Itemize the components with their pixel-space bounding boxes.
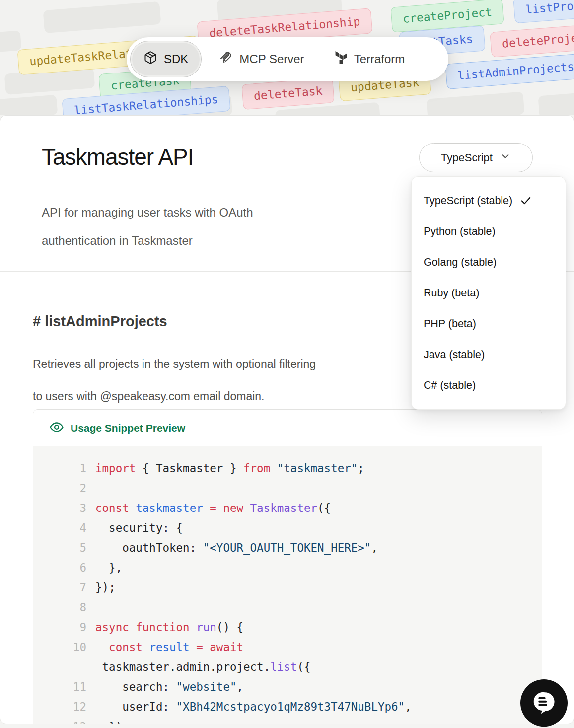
page-title: Taskmaster API xyxy=(42,144,194,170)
code-line-content: }); xyxy=(95,720,129,724)
usage-snippet-title: Usage Snippet Preview xyxy=(71,422,185,434)
code-line-content: security: { xyxy=(95,521,183,534)
api-description: API for managing user tasks with OAuth a… xyxy=(42,198,253,255)
language-option[interactable]: C# (stable) xyxy=(412,370,566,401)
code-line: 10 const result = await xyxy=(33,637,542,657)
code-line-content: taskmaster.admin.project.list({ xyxy=(95,660,310,673)
tab-mcp-server[interactable]: MCP Server xyxy=(206,41,317,77)
code-line-content: search: "website", xyxy=(95,680,243,693)
code-line: 9async function run() { xyxy=(33,617,542,637)
code-line: 1import { Taskmaster } from "taskmaster"… xyxy=(33,458,542,478)
line-number: 9 xyxy=(33,621,95,634)
placeholder-pill xyxy=(426,91,524,115)
tab-sdk-label: SDK xyxy=(164,52,188,66)
method-pill: listAdminProjects xyxy=(445,53,574,89)
language-option[interactable]: TypeScript (stable) xyxy=(412,185,566,216)
code-line: 13 }); xyxy=(33,717,542,724)
package-icon xyxy=(144,51,157,68)
language-dropdown-menu: TypeScript (stable)Python (stable)Golang… xyxy=(411,176,566,410)
code-line: 4 security: { xyxy=(33,518,542,538)
language-option[interactable]: Python (stable) xyxy=(412,216,566,247)
code-line: 2 xyxy=(33,478,542,498)
code-line: taskmaster.admin.project.list({ xyxy=(33,657,542,677)
api-description-line2: authentication in Taskmaster xyxy=(42,226,253,255)
code-line-content: const result = await xyxy=(95,641,243,654)
placeholder-pill xyxy=(538,91,574,115)
code-line-content: import { Taskmaster } from "taskmaster"; xyxy=(95,462,364,475)
placeholder-pill xyxy=(0,95,58,115)
language-option[interactable]: Java (stable) xyxy=(412,339,566,370)
line-number: 4 xyxy=(33,521,95,534)
line-number: 13 xyxy=(33,720,95,724)
chevron-down-icon xyxy=(500,151,511,165)
tab-sdk[interactable]: SDK xyxy=(130,41,202,77)
language-option-label: PHP (beta) xyxy=(424,318,476,330)
language-option-label: Python (stable) xyxy=(424,225,496,238)
code-line: 6 }, xyxy=(33,558,542,578)
code-line: 3const taskmaster = new Taskmaster({ xyxy=(33,498,542,518)
target-type-switcher: SDK MCP Server Terraform xyxy=(127,37,448,81)
language-option[interactable]: Golang (stable) xyxy=(412,247,566,278)
line-number: 6 xyxy=(33,561,95,574)
language-option-label: Golang (stable) xyxy=(424,256,497,269)
operation-description: Retrieves all projects in the system wit… xyxy=(33,348,316,413)
line-number: 7 xyxy=(33,581,95,594)
tab-terraform[interactable]: Terraform xyxy=(322,41,418,77)
line-number: 10 xyxy=(33,641,95,654)
language-option[interactable]: PHP (beta) xyxy=(412,308,566,339)
code-line: 11 search: "website", xyxy=(33,677,542,697)
api-description-line1: API for managing user tasks with OAuth xyxy=(42,198,253,226)
line-number: 3 xyxy=(33,502,95,514)
operation-description-line1: Retrieves all projects in the system wit… xyxy=(33,348,316,380)
chat-bubble-icon xyxy=(531,689,558,718)
tab-mcp-server-label: MCP Server xyxy=(239,52,304,66)
method-pill: deleteTask xyxy=(241,77,335,110)
code-line: 12 userId: "XBh42Mcstpacyo1qMz89t3T47NuB… xyxy=(33,697,542,717)
placeholder-pill xyxy=(0,30,21,53)
code-block[interactable]: 1import { Taskmaster } from "taskmaster"… xyxy=(33,446,542,724)
code-line-content: const taskmaster = new Taskmaster({ xyxy=(95,502,331,514)
code-line-content: userId: "XBh42Mcstpacyo1qMz89t3T47NuBLYp… xyxy=(95,700,412,713)
line-number: 12 xyxy=(33,700,95,713)
code-line-content: oauthToken: "<YOUR_OAUTH_TOKEN_HERE>", xyxy=(95,541,378,554)
check-icon xyxy=(519,194,532,207)
method-pill: deleteProject xyxy=(490,23,574,58)
line-number: 1 xyxy=(33,462,95,475)
chat-button[interactable] xyxy=(520,679,568,727)
code-line-content: }, xyxy=(95,561,122,574)
line-number: 5 xyxy=(33,541,95,554)
page: updateTaskRelationships deleteTaskRelati… xyxy=(0,0,574,728)
language-option-label: TypeScript (stable) xyxy=(424,195,512,207)
language-option-label: C# (stable) xyxy=(424,379,476,392)
terraform-icon xyxy=(335,51,348,67)
tab-terraform-label: Terraform xyxy=(354,52,405,66)
language-option-label: Java (stable) xyxy=(424,349,485,361)
mcp-icon xyxy=(219,51,233,68)
placeholder-pill xyxy=(43,1,161,33)
code-line-content: }); xyxy=(95,581,116,594)
line-number: 2 xyxy=(33,482,95,495)
usage-snippet-card: Usage Snippet Preview 1import { Taskmast… xyxy=(33,409,542,724)
method-pill: listProjects xyxy=(513,0,574,23)
language-selector-button[interactable]: TypeScript xyxy=(419,143,533,172)
operation-heading: # listAdminProjects xyxy=(33,313,167,330)
language-option-label: Ruby (beta) xyxy=(424,287,479,299)
line-number: 8 xyxy=(33,601,95,614)
code-line: 8 xyxy=(33,597,542,617)
language-option[interactable]: Ruby (beta) xyxy=(412,278,566,308)
language-selector-value: TypeScript xyxy=(441,151,493,164)
eye-icon xyxy=(49,420,64,437)
code-line: 7}); xyxy=(33,578,542,597)
operation-description-line2: to users with @speakeasy.com email domai… xyxy=(33,380,316,413)
line-number: 11 xyxy=(33,680,95,693)
method-pill: createProject xyxy=(390,0,504,33)
usage-snippet-header: Usage Snippet Preview xyxy=(33,410,542,446)
code-line: 5 oauthToken: "<YOUR_OAUTH_TOKEN_HERE>", xyxy=(33,538,542,558)
code-line-content: async function run() { xyxy=(95,621,243,634)
